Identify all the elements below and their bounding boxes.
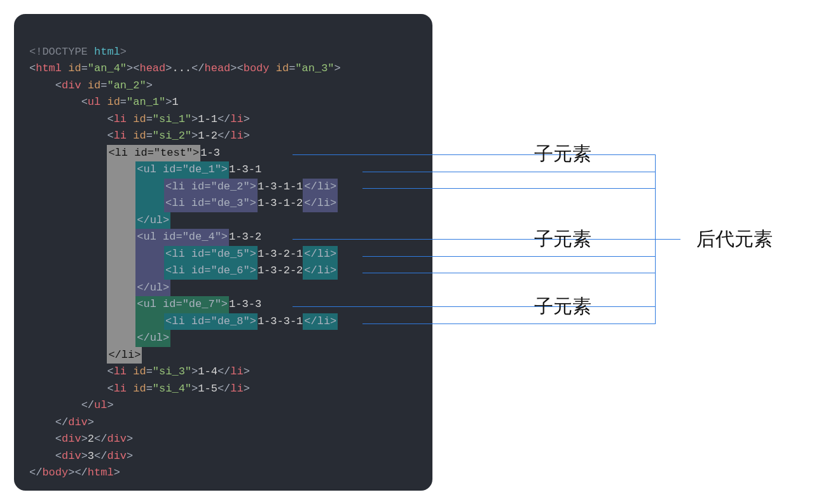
connector-line (362, 256, 655, 257)
li-de3: <li id="de_3"> (164, 195, 258, 212)
child-ul-de1: <ul id="de_1"> (135, 161, 229, 179)
child-label-3: 子元素 (534, 294, 591, 320)
descendant-label: 后代元素 (696, 226, 773, 252)
child-ul-de7: <ul id="de_7"> (135, 296, 229, 313)
child-label-2: 子元素 (534, 226, 591, 252)
li-de5: <li id="de_5"> (164, 246, 258, 263)
child-ul-de4: <ul id="de_4"> (135, 229, 229, 246)
connector-line (362, 172, 655, 172)
connector-line (362, 188, 655, 189)
connector-to-descendant (655, 239, 680, 240)
doctype-line: <!DOCTYPE html> (29, 46, 127, 58)
li-de8: <li id="de_8"> (164, 313, 258, 330)
code-panel: <!DOCTYPE html> <html id="an_4"><head>..… (14, 14, 432, 491)
connector-line (293, 306, 655, 307)
li-de6: <li id="de_6"> (164, 262, 258, 280)
connector-line (293, 239, 655, 240)
connector-line (362, 273, 655, 273)
li-de2: <li id="de_2"> (164, 179, 258, 196)
connector-line (293, 154, 655, 155)
child-label-1: 子元素 (534, 141, 591, 167)
connector-line (362, 324, 655, 324)
selected-li-open: <li id="test"> (107, 145, 200, 162)
